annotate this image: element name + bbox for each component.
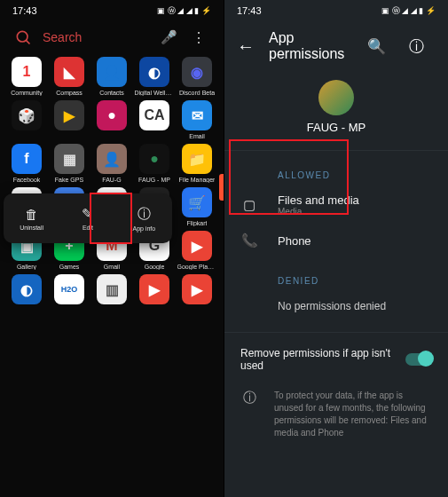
app-item[interactable]: ●FAUG - MP	[133, 144, 176, 183]
search-placeholder: Search	[43, 30, 150, 44]
remove-permissions-row[interactable]: Remove permissions if app isn't used	[224, 338, 448, 381]
app-icon: 📁	[182, 144, 212, 174]
app-icon: ◐	[12, 274, 42, 304]
app-item[interactable]: 🛒Flipkart	[176, 187, 218, 226]
svg-line-1	[26, 40, 29, 43]
app-label: Compass	[56, 90, 83, 96]
app-label: Gallery	[17, 264, 36, 270]
app-label: Flipkart	[187, 220, 208, 226]
trash-icon: 🗑	[25, 207, 38, 222]
app-item[interactable]: ▶	[133, 274, 176, 307]
app-label: Contacts	[99, 90, 124, 96]
svg-point-0	[17, 31, 28, 42]
divider	[224, 332, 448, 333]
denied-text: No permissions denied	[224, 291, 448, 321]
app-icon: ●	[139, 144, 169, 174]
app-label: Fake GPS	[55, 177, 83, 183]
app-item[interactable]: ◉Discord Beta	[176, 57, 218, 96]
app-icon	[318, 80, 354, 115]
app-icon: 👤	[97, 57, 127, 87]
app-icon: ▶	[182, 274, 212, 304]
status-time: 17:43	[12, 5, 37, 16]
app-label: Google	[145, 264, 165, 270]
app-icon: ▶	[139, 274, 169, 304]
app-item[interactable]: ◣Compass	[48, 57, 90, 96]
app-grid: 1Community◣Compass👤Contacts◐Digital Well…	[0, 53, 224, 311]
permission-icon: 📞	[240, 233, 258, 248]
app-icon: ▥	[97, 274, 127, 304]
app-icon: 👤	[97, 144, 127, 174]
app-item[interactable]: ▶Google Play M...	[176, 231, 218, 270]
info-icon: ⓘ	[240, 390, 258, 439]
app-item[interactable]: ◐	[5, 274, 48, 307]
status-time: 17:43	[237, 5, 262, 16]
app-label: Email	[189, 133, 205, 139]
edge-glow	[219, 174, 224, 201]
status-indicators: ▣ ⓦ ◢ ◢ ▮ ⚡	[157, 5, 211, 17]
app-icon: ◣	[54, 57, 84, 87]
app-item[interactable]: ▦Fake GPS	[48, 144, 90, 183]
app-item[interactable]: 🎲	[5, 100, 48, 139]
menu-dots-icon[interactable]: ⋮	[188, 29, 209, 46]
settings-screen: 17:43 ▣ ⓦ ◢ ◢ ▮ ⚡ ← App permissions 🔍 ⓘ …	[224, 0, 448, 497]
app-item[interactable]: 📁File Manager	[176, 144, 218, 183]
app-icon: 🛒	[182, 187, 212, 217]
app-icon: ◐	[139, 57, 169, 87]
status-bar: 17:43 ▣ ⓦ ◢ ◢ ▮ ⚡	[224, 0, 448, 21]
app-name: FAUG - MP	[307, 121, 365, 134]
app-icon: ▶	[54, 100, 84, 130]
app-item[interactable]: ▶	[48, 100, 90, 139]
help-icon[interactable]: ⓘ	[409, 36, 424, 57]
app-item[interactable]: ●	[90, 100, 133, 139]
uninstall-button[interactable]: 🗑 Uninstall	[4, 207, 59, 231]
app-label: File Manager	[179, 177, 216, 183]
app-label: Google Play M...	[177, 264, 217, 270]
status-bar: 17:43 ▣ ⓦ ◢ ◢ ▮ ⚡	[0, 0, 224, 21]
highlight-permissions	[229, 139, 349, 215]
app-item[interactable]: ✉Email	[176, 100, 218, 139]
app-icon: ▦	[54, 144, 84, 174]
app-icon: ✉	[182, 100, 212, 130]
app-item[interactable]: ▥	[90, 274, 133, 307]
back-arrow-icon[interactable]: ←	[237, 36, 255, 57]
home-screen: 17:43 ▣ ⓦ ◢ ◢ ▮ ⚡ Search 🎤 ⋮ 1Community◣…	[0, 0, 224, 497]
toggle-switch[interactable]	[405, 353, 432, 366]
app-icon: 1	[12, 57, 42, 87]
app-label: Games	[59, 264, 80, 270]
app-context-popup: 🗑 Uninstall ✎ Edit ⓘ App info	[4, 193, 172, 243]
app-icon: 🎲	[12, 100, 42, 130]
info-icon: ⓘ	[138, 206, 151, 223]
app-item[interactable]: ▶	[176, 274, 218, 307]
app-item[interactable]: H2O	[48, 274, 90, 307]
remove-label: Remove permissions if app isn't used	[240, 347, 405, 372]
app-label: Community	[11, 90, 42, 96]
app-icon: f	[12, 144, 42, 174]
app-profile: FAUG - MP	[224, 71, 448, 145]
app-label: Digital Wellbeing	[135, 90, 175, 96]
app-icon: H2O	[54, 274, 84, 304]
app-item[interactable]: CA	[133, 100, 176, 139]
settings-header: ← App permissions 🔍 ⓘ ⋮	[224, 21, 448, 71]
app-icon: ◉	[182, 57, 212, 87]
app-label: Facebook	[13, 177, 41, 183]
search-row[interactable]: Search 🎤 ⋮	[0, 21, 224, 53]
app-item[interactable]: 👤FAU-G	[90, 144, 133, 183]
page-title: App permissions	[269, 30, 344, 62]
app-label: FAU-G	[102, 177, 121, 183]
app-item[interactable]: 1Community	[5, 57, 48, 96]
info-row: ⓘ To protect your data, if the app is un…	[224, 381, 448, 448]
denied-section: DENIED No permissions denied	[224, 262, 448, 327]
search-icon	[14, 28, 32, 46]
app-icon: ●	[97, 100, 127, 130]
app-label: Gmail	[104, 264, 120, 270]
app-item[interactable]: fFacebook	[5, 144, 48, 183]
highlight-appinfo	[90, 193, 132, 244]
info-text: To protect your data, if the app is unus…	[274, 390, 432, 439]
search-icon[interactable]: 🔍	[367, 37, 386, 56]
mic-icon[interactable]: 🎤	[161, 29, 177, 45]
status-indicators: ▣ ⓦ ◢ ◢ ▮ ⚡	[381, 5, 436, 17]
permission-title: Phone	[278, 234, 432, 248]
app-item[interactable]: ◐Digital Wellbeing	[133, 57, 176, 96]
app-item[interactable]: 👤Contacts	[90, 57, 133, 96]
permission-row[interactable]: 📞Phone	[224, 225, 448, 256]
